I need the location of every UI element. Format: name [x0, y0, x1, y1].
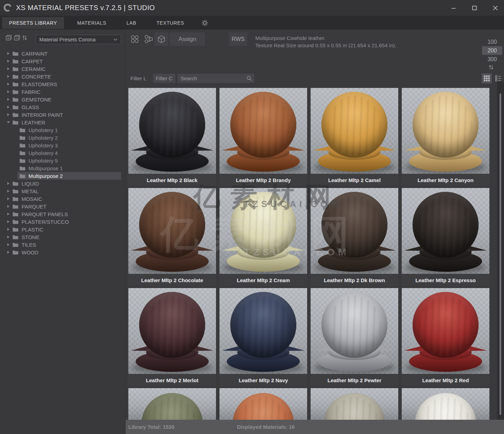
sidebar-item-concrete[interactable]: CONCRETE — [0, 73, 125, 80]
thumbnail-circles-icon[interactable] — [130, 34, 140, 44]
filter-library-toggle[interactable]: Filter L — [128, 75, 149, 81]
caret-right-icon[interactable] — [6, 83, 11, 85]
caret-right-icon[interactable] — [6, 251, 11, 254]
title-bar: XS MATERIAL PRESETS v.7.2.5 | STUDIO — [0, 0, 504, 16]
material-card-leather-mltp-2-black[interactable]: Leather Mltp 2 Black — [128, 88, 216, 186]
material-card-leather-mltp-2-espresso[interactable]: Leather Mltp 2 Espresso — [402, 188, 489, 286]
leather-sphere — [230, 92, 296, 158]
material-card-partial-2[interactable] — [219, 388, 307, 420]
caret-right-icon[interactable] — [6, 205, 11, 208]
tab-materials[interactable]: MATERIALS — [70, 17, 113, 29]
sidebar-item-plaster-stucco[interactable]: PLASTER/STUCCO — [0, 218, 125, 226]
collection-dropdown[interactable]: Material Presets Corona — [36, 35, 121, 44]
expand-all-icon[interactable] — [6, 35, 12, 41]
filter-category-toggle[interactable]: Filter C — [153, 74, 175, 83]
sidebar-item-gemstone[interactable]: GEMSTONE — [0, 96, 125, 103]
sidebar-item-multipurpose-2[interactable]: Multipurpose 2 — [0, 172, 125, 180]
material-card-leather-mltp-2-cream[interactable]: Leather Mltp 2 Cream — [219, 188, 307, 286]
tab-presets-library[interactable]: PRESETS LIBRARY — [2, 17, 64, 29]
minimize-icon[interactable] — [450, 4, 457, 12]
size-option-200[interactable]: 200 — [482, 46, 502, 55]
material-card-leather-mltp-2-brandy[interactable]: Leather Mltp 2 Brandy — [219, 88, 307, 186]
sidebar-item-metal[interactable]: METAL — [0, 187, 125, 195]
sidebar-item-upholstery-2[interactable]: Upholstery 2 — [0, 134, 125, 141]
caret-right-icon[interactable] — [6, 220, 11, 223]
tab-textures[interactable]: TEXTURES — [150, 17, 191, 29]
caret-right-icon[interactable] — [6, 182, 11, 185]
material-card-leather-mltp-2-canyon[interactable]: Leather Mltp 2 Canyon — [402, 88, 489, 186]
material-card-leather-mltp-2-red[interactable]: Leather Mltp 2 Red — [402, 288, 489, 386]
settings-gear-icon[interactable] — [201, 19, 208, 26]
collapse-all-icon[interactable] — [14, 35, 20, 41]
assign-button[interactable]: Assign — [170, 32, 205, 46]
caret-right-icon[interactable] — [6, 106, 11, 108]
caret-right-icon[interactable] — [6, 213, 11, 215]
tab-lab[interactable]: LAB — [120, 17, 143, 29]
material-card-leather-mltp-2-merlot[interactable]: Leather Mltp 2 Merlot — [128, 288, 216, 386]
sidebar-item-multipurpose-1[interactable]: Multipurpose 1 — [0, 164, 125, 172]
sidebar-item-label: GEMSTONE — [22, 97, 51, 103]
caret-right-icon[interactable] — [6, 236, 11, 238]
sidebar-item-stone[interactable]: STONE — [0, 233, 125, 241]
sidebar-item-upholstery-5[interactable]: Upholstery 5 — [0, 157, 125, 164]
material-preview — [402, 188, 489, 274]
caret-right-icon[interactable] — [6, 98, 11, 101]
sidebar-item-fabric[interactable]: FABRIC — [0, 88, 125, 96]
caret-right-icon[interactable] — [6, 52, 11, 55]
sidebar-item-ceramic[interactable]: CERAMIC — [0, 65, 125, 73]
material-card-leather-mltp-2-camel[interactable]: Leather Mltp 2 Camel — [311, 88, 398, 186]
grid-scrollbar-thumb[interactable] — [499, 93, 501, 415]
caret-right-icon[interactable] — [6, 228, 11, 231]
material-card-leather-mltp-2-chocolate[interactable]: Leather Mltp 2 Chocolate — [128, 188, 216, 286]
search-input[interactable] — [177, 74, 254, 83]
grid-scrollbar[interactable] — [497, 82, 504, 420]
material-card-leather-mltp-2-navy[interactable]: Leather Mltp 2 Navy — [219, 288, 307, 386]
sidebar-item-leather[interactable]: LEATHER — [0, 118, 125, 126]
folder-icon — [13, 97, 18, 102]
caret-down-icon[interactable] — [6, 121, 11, 123]
sidebar-item-label: PARQUET — [22, 204, 46, 210]
caret-right-icon[interactable] — [6, 90, 11, 93]
sidebar-item-parquet[interactable]: PARQUET — [0, 203, 125, 210]
cube-preview-button[interactable] — [154, 32, 168, 46]
sidebar-item-upholstery-4[interactable]: Upholstery 4 — [0, 149, 125, 157]
sidebar-item-carpaint[interactable]: CARPAINT — [0, 50, 125, 57]
size-option-100[interactable]: 100 — [482, 38, 502, 46]
caret-right-icon[interactable] — [6, 75, 11, 78]
material-card-leather-mltp-2-dk-brown[interactable]: Leather Mltp 2 Dk Brown — [311, 188, 398, 286]
grid-view-icon[interactable] — [482, 73, 492, 83]
sidebar-item-liquid[interactable]: LIQUID — [0, 180, 125, 187]
sidebar-item-interior-paint[interactable]: INTERIOR PAINT — [0, 111, 125, 118]
material-card-partial-4[interactable] — [402, 388, 489, 420]
folder-icon — [13, 74, 18, 79]
app-logo-icon — [3, 3, 13, 13]
folder-icon — [13, 181, 18, 186]
caret-right-icon[interactable] — [6, 190, 11, 193]
close-icon[interactable] — [491, 4, 499, 12]
app-window: XS MATERIAL PRESETS v.7.2.5 | STUDIO PRE… — [0, 0, 504, 434]
sidebar-item-upholstery-3[interactable]: Upholstery 3 — [0, 141, 125, 149]
sidebar-item-plastic[interactable]: PLASTIC — [0, 226, 125, 233]
material-card-leather-mltp-2-pewter[interactable]: Leather Mltp 2 Pewter — [311, 288, 398, 386]
caret-right-icon[interactable] — [6, 60, 11, 63]
caret-right-icon[interactable] — [6, 243, 11, 246]
caret-right-icon[interactable] — [6, 67, 11, 70]
sidebar-item-glass[interactable]: GLASS — [0, 103, 125, 111]
caret-right-icon[interactable] — [6, 197, 11, 200]
sidebar-item-mosaic[interactable]: MOSAIC — [0, 195, 125, 203]
size-option-300[interactable]: 300 — [482, 55, 502, 64]
assign-nodes-icon[interactable] — [144, 34, 154, 44]
material-card-partial-1[interactable] — [128, 388, 216, 420]
sidebar-item-parquet-panels[interactable]: PARQUET PANELS — [0, 210, 125, 218]
maximize-icon[interactable] — [471, 4, 478, 12]
caret-right-icon[interactable] — [6, 113, 11, 116]
sidebar-item-tiles[interactable]: TILES — [0, 241, 125, 248]
grid-sort-icon[interactable] — [488, 64, 494, 70]
sidebar-item-wood[interactable]: WOOD — [0, 248, 125, 256]
tree-sort-icon[interactable] — [22, 35, 27, 41]
rws-button[interactable]: RWS — [229, 32, 247, 46]
sidebar-item-upholstery-1[interactable]: Upholstery 1 — [0, 126, 125, 134]
sidebar-item-elastomers[interactable]: ELASTOMERS — [0, 80, 125, 88]
sidebar-item-carpet[interactable]: CARPET — [0, 57, 125, 65]
material-card-partial-3[interactable] — [311, 388, 398, 420]
